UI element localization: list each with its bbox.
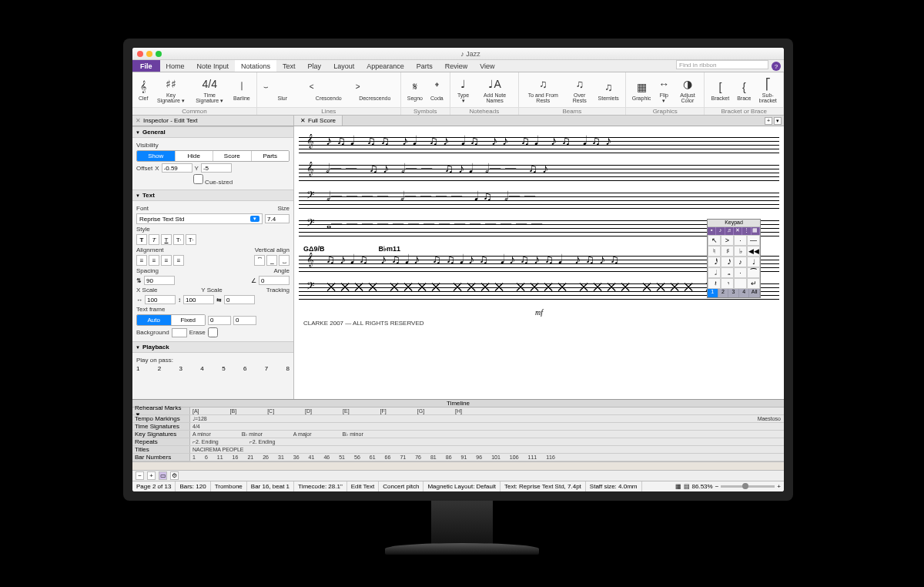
tab-layout[interactable]: Layout [327, 60, 360, 72]
panorama-button[interactable]: ▭ [159, 471, 167, 480]
tab-note-input[interactable]: Note Input [191, 60, 236, 72]
kp-layout-all[interactable]: All [749, 289, 760, 297]
tab-notations[interactable]: Notations [235, 60, 276, 72]
kp-enter[interactable]: ↵ [747, 278, 760, 289]
tab-review[interactable]: Review [439, 60, 474, 72]
score-tab[interactable]: ✕ Full Score [294, 116, 343, 126]
kp-layout-4[interactable]: 4 [739, 289, 750, 297]
kp-dot[interactable]: · [734, 267, 747, 278]
kp-sharp[interactable]: ♯ [721, 246, 734, 257]
align-right-button[interactable]: ≡ [161, 255, 172, 266]
kp-natural[interactable]: ♮ [708, 246, 721, 257]
tl-keysig-content[interactable]: A minorB♭ minorA majorB♭ minor [190, 431, 784, 438]
timeline-tracks[interactable] [132, 461, 784, 470]
ribbon-key-signature[interactable]: ♯♯Key Signature ▾ [152, 75, 189, 105]
keypad-tab-4[interactable]: ✕ [734, 227, 742, 235]
kp-layout-3[interactable]: 3 [728, 289, 739, 297]
kp-tie[interactable]: ⁀ [747, 267, 760, 278]
valign-bot-button[interactable]: ⎵ [279, 255, 290, 266]
ribbon-slur[interactable]: ⌣Slur [260, 78, 305, 102]
ribbon-decrescendo[interactable]: >Decrescendo [353, 78, 397, 102]
ribbon-graphic[interactable]: ▦Graphic [629, 78, 654, 102]
help-icon[interactable]: ? [772, 62, 781, 71]
align-justify-button[interactable]: ≡ [173, 255, 184, 266]
ribbon-add-note-names[interactable]: ♩AAdd Note Names [474, 75, 514, 105]
settings-button[interactable]: ⚙ [170, 471, 179, 480]
super-button[interactable]: T· [173, 234, 184, 245]
font-select[interactable]: Reprise Text Std▾ [136, 213, 263, 224]
offset-y-input[interactable] [201, 163, 232, 173]
kp-quarter[interactable]: ♩ [747, 257, 760, 267]
text-frame-fixed[interactable]: Fixed [172, 315, 206, 325]
kp-rest2[interactable]: 𝄾 [721, 278, 734, 289]
pass-7[interactable]: 7 [265, 365, 268, 372]
pass-1[interactable]: 1 [136, 365, 139, 372]
angle-input[interactable] [259, 276, 290, 285]
tab-appearance[interactable]: Appearance [360, 60, 410, 72]
ribbon-time-signature[interactable]: 4/4Time Signature ▾ [190, 75, 229, 105]
kp-8th[interactable]: ♪ [734, 257, 747, 267]
kp-half[interactable]: 𝅗𝅥 [708, 267, 721, 278]
kp-accent[interactable]: > [721, 235, 734, 246]
ribbon-over-rests[interactable]: ♫Over Rests [566, 75, 594, 105]
tl-rehearsal-content[interactable]: [A][B][C][D][E][F][G][H] [190, 408, 784, 414]
tab-menu-button[interactable]: ▾ [774, 117, 782, 125]
kp-flat[interactable]: ♭ [734, 246, 747, 257]
kp-cursor[interactable]: ↖ [708, 235, 721, 246]
tl-timesig-content[interactable]: 4/4 [190, 423, 784, 430]
inspector-tab[interactable]: ✕ Inspector - Edit Text [132, 116, 294, 126]
kp-blank1[interactable] [734, 278, 747, 289]
ribbon-segno[interactable]: 𝄋Segno [404, 78, 426, 102]
zoom-out-button[interactable]: − [136, 471, 144, 480]
pass-5[interactable]: 5 [222, 365, 225, 372]
tl-rehearsal-label[interactable]: Rehearsal Marks ▼ [132, 408, 190, 414]
close-icon[interactable]: ✕ [300, 117, 306, 124]
zoom-in-button[interactable]: + [147, 471, 156, 480]
score-canvas[interactable]: 𝄞 ♪♫♩ ♫♫ ♪♩ ♫♪ ♩♫ ♪♪ ♫♩ ♪♫ ♩♫♪ 𝄞 𝅗𝅥━━ ♫♪… [294, 126, 784, 399]
text-frame-h[interactable] [233, 316, 256, 325]
ribbon-brace[interactable]: {Brace [734, 78, 754, 102]
view-mode-icon[interactable]: ▦ [675, 483, 681, 490]
pass-4[interactable]: 4 [200, 365, 203, 372]
kp-whole[interactable]: 𝅝 [721, 267, 734, 278]
ribbon-stemlets[interactable]: ♫Stemlets [595, 78, 622, 102]
align-center-button[interactable]: ≡ [149, 255, 159, 266]
sub-button[interactable]: T· [186, 234, 196, 245]
keypad-tab-2[interactable]: ♪ [716, 227, 725, 235]
tl-repeats-content[interactable]: ⌐2. Ending⌐2. Ending [190, 438, 784, 445]
visibility-show[interactable]: Show [137, 151, 176, 161]
offset-x-input[interactable] [162, 163, 192, 173]
minimize-icon[interactable] [146, 51, 152, 57]
general-section-header[interactable]: General [132, 126, 293, 138]
visibility-hide[interactable]: Hide [176, 151, 214, 161]
zoom-plus-button[interactable]: + [777, 483, 781, 490]
text-section-header[interactable]: Text [132, 190, 293, 201]
align-left-button[interactable]: ≡ [136, 255, 147, 266]
kp-rewind[interactable]: ◀◀ [747, 246, 760, 257]
close-icon[interactable]: ✕ [136, 117, 141, 124]
text-frame-auto[interactable]: Auto [137, 315, 172, 325]
ribbon-coda[interactable]: 𝄌Coda [427, 78, 447, 102]
background-color[interactable] [172, 328, 187, 337]
tab-play[interactable]: Play [302, 60, 328, 72]
visibility-score[interactable]: Score [213, 151, 252, 161]
kp-layout-2[interactable]: 2 [718, 289, 729, 297]
bold-button[interactable]: T [136, 234, 147, 245]
kp-16th[interactable]: 𝅘𝅥𝅯 [721, 257, 734, 267]
view-mode-2-icon[interactable]: ▤ [684, 483, 690, 490]
ribbon-barline[interactable]: 𝄁Barline [230, 78, 253, 102]
tl-tempo-content[interactable]: ♩=128Maestoso [190, 415, 784, 422]
tab-text[interactable]: Text [276, 60, 302, 72]
keypad-tab-5[interactable]: ⋮ [742, 227, 751, 235]
zoom-minus-button[interactable]: − [715, 483, 719, 490]
tl-barnum-content[interactable]: 1611162126313641465156616671768186919610… [190, 454, 784, 461]
kp-32nd[interactable]: 𝅘𝅥𝅰 [708, 257, 721, 267]
close-icon[interactable] [137, 51, 143, 57]
keypad-tab-6[interactable]: ▦ [752, 227, 760, 235]
maximize-icon[interactable] [156, 51, 162, 57]
underline-button[interactable]: T [161, 234, 172, 245]
italic-button[interactable]: T [149, 234, 159, 245]
size-input[interactable] [265, 214, 290, 223]
ribbon-sub-bracket[interactable]: ⎡Sub-bracket [756, 75, 781, 105]
tl-titles-content[interactable]: NACIREMA PEOPLE [190, 446, 784, 453]
